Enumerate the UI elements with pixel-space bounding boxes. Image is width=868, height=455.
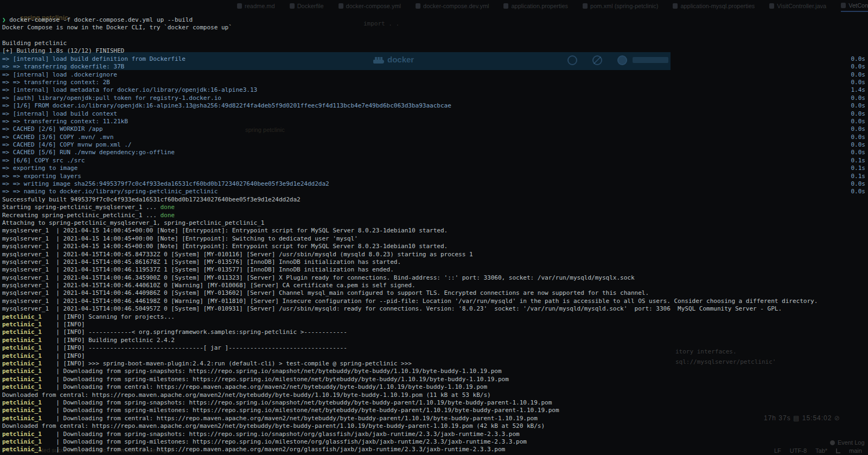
terminal-line: Successfully built 9495379f7c0c4f933eda1… (2, 196, 868, 204)
terminal-line: petclinic_1 | [INFO] Building petclinic … (2, 337, 868, 344)
terminal-line: mysqlserver_1 | 2021-04-15T14:00:46.3459… (2, 274, 868, 282)
terminal-line: => [internal] load .dockerignore0.0s (2, 71, 868, 79)
terminal-line: => [1/6] FROM docker.io/library/openjdk:… (2, 102, 868, 110)
terminal-line: => => transferring dockerfile: 37B0.0s (2, 63, 868, 71)
terminal-line: mysqlserver_1 | 2021-04-15 14:00:45+00:0… (2, 243, 868, 250)
terminal-line: petclinic_1 | Downloading from spring-mi… (2, 407, 868, 414)
terminal-line: petclinic_1 | [INFO] -------------------… (2, 344, 868, 352)
build-step-timing: 0.0s (851, 79, 866, 86)
build-step-timing: 0.0s (851, 134, 866, 141)
terminal-line: petclinic_1 | Downloading from central: … (2, 415, 868, 422)
build-step-timing: 0.1s (851, 157, 866, 165)
build-step-timing: 0.0s (851, 55, 866, 63)
terminal-line: => [internal] load build context0.0s (2, 110, 868, 118)
terminal-line: petclinic_1 | [INFO] ------------< org.s… (2, 328, 868, 336)
build-step-timing: 0.0s (851, 94, 866, 102)
build-step-timing: 1.4s (851, 86, 866, 94)
terminal-line: mysqlserver_1 | 2021-04-15T14:00:46.4461… (2, 298, 868, 305)
terminal-line: mysqlserver_1 | 2021-04-15T14:00:46.1195… (2, 266, 868, 274)
terminal-line: => => naming to docker.io/library/spring… (2, 188, 868, 195)
terminal-line: Downloaded from central: https://repo.ma… (2, 422, 868, 430)
terminal-line: => => transferring context: 2B0.0s (2, 79, 868, 86)
build-step-timing: 0.0s (851, 102, 866, 110)
terminal-line: => CACHED [2/6] WORKDIR /app0.0s (2, 125, 868, 133)
terminal-line: mysqlserver_1 | 2021-04-15T14:00:46.5049… (2, 305, 868, 313)
terminal-line: => [6/6] COPY src ./src0.1s (2, 157, 868, 165)
terminal-line: => [auth] library/openjdk:pull token for… (2, 94, 868, 102)
build-step-timing: 0.1s (851, 173, 866, 180)
terminal-window[interactable]: ❯ docker-compose -f docker-compose.dev.y… (0, 0, 868, 455)
build-step-timing: 0.0s (851, 71, 866, 79)
terminal-line: Building petclinic (2, 40, 868, 47)
terminal-line: petclinic_1 | Downloading from spring-sn… (2, 431, 868, 438)
terminal-line: petclinic_1 | Downloading from central: … (2, 383, 868, 391)
terminal-line: petclinic_1 | Downloading from spring-sn… (2, 368, 868, 375)
build-step-timing: 0.1s (851, 165, 866, 172)
terminal-output: ❯ docker-compose -f docker-compose.dev.y… (2, 16, 868, 455)
terminal-line: Downloaded from central: https://repo.ma… (2, 391, 868, 399)
terminal-line: petclinic_1 | Downloading from spring-sn… (2, 399, 868, 407)
build-step-timing: 0.0s (851, 180, 866, 188)
terminal-line: => => exporting layers0.1s (2, 173, 868, 180)
terminal-line: => => transferring context: 11.21kB0.0s (2, 118, 868, 125)
terminal-line: petclinic_1 | [INFO] >>> spring-boot-mav… (2, 360, 868, 368)
terminal-line: Recreating spring-petclinic_petclinic_1 … (2, 212, 868, 219)
terminal-line: mysqlserver_1 | 2021-04-15T14:00:45.8473… (2, 251, 868, 258)
terminal-line: petclinic_1 | Downloading from spring-mi… (2, 438, 868, 446)
terminal-line: => CACHED [5/6] RUN ./mvnw dependency:go… (2, 149, 868, 156)
terminal-line: petclinic_1 | Downloading from spring-mi… (2, 376, 868, 383)
terminal-line: petclinic_1 | [INFO] Scanning for projec… (2, 313, 868, 321)
build-step-timing: 0.0s (851, 125, 866, 133)
build-step-timing: 0.0s (851, 149, 866, 156)
build-step-timing: 0.0s (851, 188, 866, 195)
terminal-line: petclinic_1 | [INFO] (2, 352, 868, 360)
terminal-line (2, 32, 868, 40)
build-step-timing: 0.0s (851, 110, 866, 118)
terminal-line: petclinic_1 | [INFO] (2, 321, 868, 328)
terminal-line: => CACHED [4/6] COPY mvnw pom.xml ./0.0s (2, 141, 868, 149)
terminal-line: [+] Building 1.8s (12/12) FINISHED (2, 47, 868, 55)
terminal-line: mysqlserver_1 | 2021-04-15T14:00:46.4406… (2, 282, 868, 289)
build-step-timing: 0.0s (851, 63, 866, 71)
terminal-line: Attaching to spring-petclinic_mysqlserve… (2, 219, 868, 227)
terminal-line: mysqlserver_1 | 2021-04-15T14:00:46.4409… (2, 289, 868, 297)
terminal-line: ❯ docker-compose -f docker-compose.dev.y… (2, 16, 868, 24)
terminal-line: => CACHED [3/6] COPY .mvn/ .mvn0.0s (2, 134, 868, 141)
terminal-line: Docker Compose is now in the Docker CLI,… (2, 24, 868, 31)
terminal-line: Starting spring-petclinic_mysqlserver_1 … (2, 204, 868, 211)
terminal-line: mysqlserver_1 | 2021-04-15 14:00:45+00:0… (2, 235, 868, 243)
terminal-line: => => writing image sha256:9495379f7c0c4… (2, 180, 868, 188)
terminal-line: => exporting to image0.1s (2, 165, 868, 172)
terminal-line: mysqlserver_1 | 2021-04-15T14:00:45.8616… (2, 258, 868, 266)
build-step-timing: 0.0s (851, 141, 866, 149)
build-step-timing: 0.0s (851, 118, 866, 125)
terminal-line: petclinic_1 | Downloading from central: … (2, 446, 868, 453)
terminal-line: => [internal] load build definition from… (2, 55, 868, 63)
screen: readme.mdDockerfiledocker-compose.ymldoc… (0, 0, 868, 455)
terminal-line: => [internal] load metadata for docker.i… (2, 86, 868, 94)
terminal-line: mysqlserver_1 | 2021-04-15 14:00:45+00:0… (2, 227, 868, 235)
